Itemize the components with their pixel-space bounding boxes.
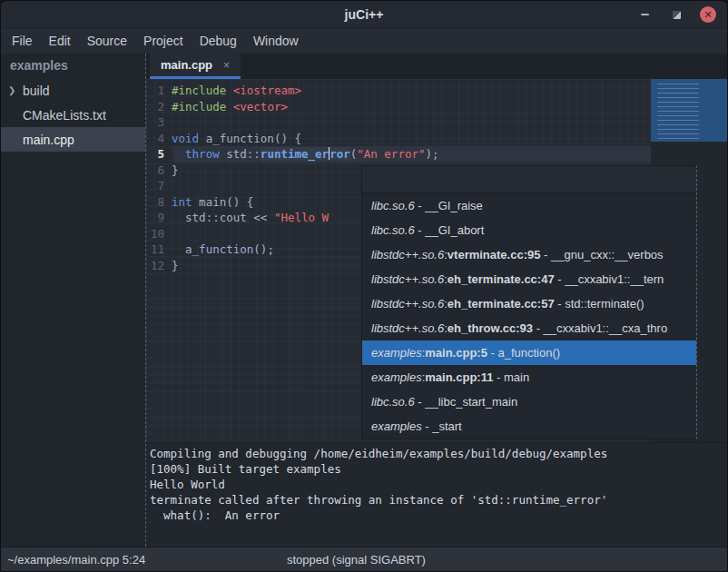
line-number: 9 <box>146 210 172 226</box>
code-line-text: #include <iostream> <box>172 83 301 99</box>
line-number: 8 <box>146 194 172 211</box>
file-tree-sidebar: examples ❯buildCMakeLists.txtmain.cpp <box>1 54 146 547</box>
tree-item-build[interactable]: ❯build <box>1 78 145 103</box>
close-button[interactable]: ✕ <box>700 6 716 23</box>
maximize-button[interactable] <box>668 6 684 23</box>
menu-item-edit[interactable]: Edit <box>41 28 79 54</box>
stack-frame-item[interactable]: libc.so.6 - __GI_raise <box>362 193 696 218</box>
stack-frame-item[interactable]: libstdc++.so.6:eh_terminate.cc:57 - std:… <box>362 291 696 316</box>
line-number: 3 <box>146 114 172 131</box>
tab-bar: main.cpp × <box>146 54 727 79</box>
terminal-line: [100%] Built target examples <box>150 461 727 477</box>
line-number: 11 <box>146 242 172 258</box>
code-line-text: std::cout << "Hello W <box>172 210 329 226</box>
stack-frame-item[interactable]: libc.so.6 - __libc_start_main <box>362 390 696 414</box>
line-number: 12 <box>146 258 172 274</box>
tree-item-main-cpp[interactable]: main.cpp <box>1 127 145 152</box>
status-bar: ~/examples/main.cpp 5:24 stopped (signal… <box>1 547 727 572</box>
code-line-4: 4void a_function() { <box>146 131 727 147</box>
menu-item-debug[interactable]: Debug <box>192 28 245 54</box>
tree-item-label: CMakeLists.txt <box>23 108 106 123</box>
code-line-text: #include <vector> <box>172 99 288 115</box>
terminal-line: Compiling and debugging /home/eidheim/ex… <box>150 446 727 461</box>
line-number: 2 <box>146 99 172 115</box>
code-line-text: a_function(); <box>172 242 274 258</box>
window-controls: ✕ <box>636 1 716 28</box>
line-number: 10 <box>146 226 172 242</box>
line-number: 7 <box>146 178 172 194</box>
tree-item-label: build <box>23 84 50 98</box>
code-line-text: } <box>172 163 179 179</box>
menubar: FileEditSourceProjectDebugWindow <box>1 28 727 54</box>
menu-item-file[interactable]: File <box>4 28 41 54</box>
stack-frame-item[interactable]: examples:main.cpp:5 - a_function() <box>362 340 696 365</box>
code-line-text: int main() { <box>172 194 253 211</box>
stack-frame-item[interactable]: libc.so.6 - __GI_abort <box>362 218 696 242</box>
menu-item-window[interactable]: Window <box>245 28 307 54</box>
menu-item-source[interactable]: Source <box>79 28 135 54</box>
terminal-line: Hello World <box>150 477 727 492</box>
tab-label: main.cpp <box>161 58 212 72</box>
code-line-text: void a_function() { <box>172 131 301 147</box>
line-number: 1 <box>146 83 172 99</box>
status-file-location: ~/examples/main.cpp 5:24 <box>7 553 145 567</box>
stack-frame-item[interactable]: examples:main.cpp:11 - main <box>362 365 696 390</box>
code-line-3: 3 <box>146 114 727 131</box>
minimize-button[interactable] <box>636 6 653 23</box>
stack-frame-item[interactable]: examples - _start <box>362 414 696 439</box>
menu-item-project[interactable]: Project <box>135 28 192 54</box>
status-debug-state: stopped (signal SIGABRT) <box>287 553 426 567</box>
line-number: 4 <box>146 131 172 147</box>
line-number: 6 <box>146 163 172 179</box>
window-title: juCi++ <box>345 7 384 22</box>
tab-main-cpp[interactable]: main.cpp × <box>150 54 241 79</box>
chevron-right-icon[interactable]: ❯ <box>8 85 15 95</box>
terminal-line: what(): An error <box>150 508 727 523</box>
code-line-5: 5 throw std::runtime_error("An error"); <box>146 146 727 163</box>
terminal-output[interactable]: Compiling and debugging /home/eidheim/ex… <box>146 442 727 547</box>
code-line-2: 2#include <vector> <box>146 99 727 115</box>
maximize-icon <box>673 11 681 19</box>
code-line-text: throw std::runtime_error("An error"); <box>172 146 439 163</box>
stack-frame-item[interactable]: libstdc++.so.6:eh_terminate.cc:47 - __cx… <box>362 267 696 291</box>
minimize-icon <box>641 14 649 15</box>
stack-frame-item[interactable]: libstdc++.so.6:eh_throw.cc:93 - __cxxabi… <box>362 316 696 340</box>
tab-close-icon[interactable]: × <box>223 59 230 72</box>
line-number: 5 <box>146 146 172 163</box>
stack-trace-popup: libc.so.6 - __GI_raiselibc.so.6 - __GI_a… <box>361 165 697 439</box>
code-editor[interactable]: 1#include <iostream>2#include <vector>34… <box>146 79 727 442</box>
code-line-1: 1#include <iostream> <box>146 83 727 99</box>
tree-item-cmakelists-txt[interactable]: CMakeLists.txt <box>1 103 145 127</box>
tree-item-label: main.cpp <box>23 133 74 147</box>
close-icon: ✕ <box>703 9 712 21</box>
project-name: examples <box>1 54 145 78</box>
app-window: juCi++ ✕ FileEditSourceProjectDebugWindo… <box>0 0 728 572</box>
stack-frame-item[interactable]: libstdc++.so.6:vterminate.cc:95 - __gnu_… <box>362 242 696 267</box>
terminal-line: terminate called after throwing an insta… <box>150 492 727 508</box>
titlebar[interactable]: juCi++ ✕ <box>1 1 727 28</box>
stack-trace-popup-header <box>362 166 696 193</box>
code-line-text: } <box>172 258 179 274</box>
